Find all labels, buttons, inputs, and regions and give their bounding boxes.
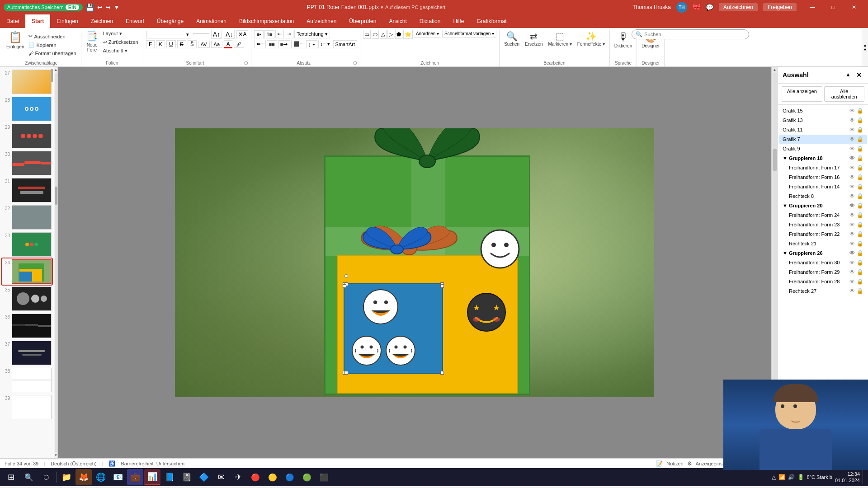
slide-item-35[interactable]: 35 — [2, 286, 52, 312]
lock-icon-grafik7[interactable]: 🔒 — [857, 136, 863, 142]
taskbar-explorer[interactable]: 📁 — [58, 469, 75, 485]
sel-item-form22[interactable]: Freihandform: Form 22 👁 🔒 — [779, 230, 867, 239]
shape-icon[interactable]: △ — [380, 30, 387, 39]
sel-item-grafik15[interactable]: Grafik 15 👁 🔒 — [779, 106, 867, 115]
sel-item-grafik11[interactable]: Grafik 11 👁 🔒 — [779, 125, 867, 134]
tab-datei[interactable]: Datei — [0, 14, 25, 28]
btn-align-left[interactable]: ⬅≡ — [254, 40, 265, 48]
visibility-icon-grafik11[interactable]: 👁 — [849, 127, 855, 133]
taskbar-teams[interactable]: 💼 — [127, 469, 143, 485]
btn-bold[interactable]: F — [146, 40, 155, 48]
font-family-dropdown[interactable]: ▾ — [146, 31, 191, 38]
lock-icon-rechteck27[interactable]: 🔒 — [857, 288, 863, 294]
btn-ersetzen[interactable]: ⇄ Ersetzen — [523, 30, 544, 47]
btn-ausschneiden[interactable]: ✂Ausschneiden — [27, 33, 78, 40]
scrollbar-up-btn[interactable]: ▲ — [54, 68, 58, 72]
visibility-icon-rechteck21[interactable]: 👁 — [849, 240, 855, 247]
minimize-button[interactable]: — — [802, 0, 823, 14]
sel-item-form24[interactable]: Freihandform: Form 24 👁 🔒 — [779, 211, 867, 220]
network-icon[interactable]: 📶 — [778, 474, 785, 480]
lock-icon-form29[interactable]: 🔒 — [857, 269, 863, 275]
clock-date[interactable]: 12:34 01.01.2024 — [835, 471, 860, 484]
lock-icon-form22[interactable]: 🔒 — [857, 231, 863, 237]
slide-item-28[interactable]: 28 — [2, 96, 52, 122]
btn-kopieren[interactable]: 📄Kopieren — [27, 41, 78, 49]
slide-item-32[interactable]: 32 — [2, 204, 52, 230]
rotation-handle[interactable] — [344, 274, 348, 278]
btn-text-direction[interactable]: Textrichtung ▾ — [294, 30, 330, 38]
btn-alle-anzeigen[interactable]: Alle anzeigen — [782, 86, 822, 102]
comment-icon[interactable]: 💬 — [706, 4, 713, 11]
maximize-button[interactable]: □ — [823, 0, 844, 14]
lock-icon-form23[interactable]: 🔒 — [857, 221, 863, 228]
ribbon-icon[interactable]: 🎀 — [693, 4, 700, 11]
lock-icon-form28[interactable]: 🔒 — [857, 278, 863, 285]
slide-item-33[interactable]: 33 — [2, 231, 52, 258]
taskbar-app5[interactable]: ⬛ — [316, 469, 332, 485]
lock-icon-form14[interactable]: 🔒 — [857, 183, 863, 190]
shape-icon[interactable]: ⬭ — [372, 30, 379, 39]
toolbar-more-icon[interactable]: ▼ — [113, 4, 120, 11]
btn-font-color[interactable]: A — [224, 40, 232, 48]
visibility-icon-form30[interactable]: 👁 — [849, 259, 855, 266]
notes-btn[interactable]: Notizen — [666, 461, 683, 466]
share-btn[interactable]: Aufzeichnen — [719, 3, 758, 11]
visibility-icon-form22[interactable]: 👁 — [849, 231, 855, 237]
taskbar-app1[interactable]: 🔷 — [196, 469, 212, 485]
taskbar-thunderbird[interactable]: ✉ — [213, 469, 229, 485]
sel-item-form17[interactable]: Freihandform: Form 17 👁 🔒 — [779, 163, 867, 172]
search-taskbar-btn[interactable]: 🔍 — [21, 469, 37, 485]
btn-format-uebertragen[interactable]: 🖌Format übertragen — [27, 50, 78, 57]
btn-change-case[interactable]: Aa — [211, 41, 222, 48]
slide-panel-scrollbar[interactable]: ▲ ▼ — [54, 67, 58, 458]
sel-item-form29[interactable]: Freihandform: Form 29 👁 🔒 — [779, 267, 867, 277]
visibility-icon-grafik15[interactable]: 👁 — [849, 108, 855, 114]
sel-item-gruppe18[interactable]: ▼ Gruppieren 18 👁 🔒 — [779, 154, 867, 163]
taskbar-outlook[interactable]: 📧 — [110, 469, 126, 485]
btn-strikethrough[interactable]: S — [177, 40, 186, 48]
tab-zeichnen[interactable]: Zeichnen — [85, 14, 119, 28]
lock-icon-grafik11[interactable]: 🔒 — [857, 127, 863, 133]
slide-item-27[interactable]: 27 — [2, 69, 52, 95]
scrollbar-thumb[interactable] — [55, 187, 57, 205]
btn-decrease-indent[interactable]: ⇤ — [275, 30, 284, 38]
tab-start[interactable]: Start — [25, 14, 50, 28]
btn-italic[interactable]: K — [156, 40, 165, 48]
visibility-icon-form23[interactable]: 👁 — [849, 221, 855, 228]
search-bar[interactable]: 🔍 — [632, 29, 749, 39]
sel-item-form28[interactable]: Freihandform: Form 28 👁 🔒 — [779, 277, 867, 286]
lock-icon-form30[interactable]: 🔒 — [857, 259, 863, 266]
btn-text-to-smartart[interactable]: SmartArt — [333, 40, 357, 48]
sel-item-grafik7[interactable]: Grafik 7 👁 🔒 — [779, 135, 867, 144]
sel-item-rechteck27[interactable]: Rechteck 27 👁 🔒 — [779, 286, 867, 296]
lock-icon-form24[interactable]: 🔒 — [857, 212, 863, 218]
btn-line-spacing[interactable]: ↕≡ ▾ — [318, 40, 332, 48]
taskbar-app2[interactable]: 🔴 — [247, 469, 264, 485]
accessibility-status[interactable]: Barrierefreiheit: Untersuchen — [121, 461, 184, 466]
search-input[interactable] — [644, 32, 745, 37]
btn-increase-indent[interactable]: ⇥ — [285, 30, 293, 38]
task-view-btn[interactable]: ⬡ — [38, 469, 54, 485]
sel-item-grafik9[interactable]: Grafik 9 👁 🔒 — [779, 144, 867, 153]
lock-icon-rechteck8[interactable]: 🔒 — [857, 193, 863, 199]
slide-item-34[interactable]: 34 — [2, 258, 52, 285]
taskbar-media[interactable]: 🔵 — [282, 469, 298, 485]
canvas-area[interactable]: ★ ★ — [58, 67, 771, 458]
font-clear-icon[interactable]: ✕A — [236, 30, 248, 38]
ribbon-scroll-up[interactable]: ▲ — [862, 43, 868, 47]
btn-bullets[interactable]: ≡• — [254, 30, 263, 38]
btn-char-spacing[interactable]: AV — [198, 41, 210, 48]
font-decrease-icon[interactable]: A↓ — [224, 30, 235, 39]
sel-item-form23[interactable]: Freihandform: Form 23 👁 🔒 — [779, 220, 867, 229]
tab-grafikformat[interactable]: Grafikformat — [470, 14, 513, 28]
font-increase-icon[interactable]: A↑ — [211, 30, 222, 39]
schnellformatvorlagen-btn[interactable]: Schnellformat vorlagen ▾ — [442, 30, 496, 38]
lock-icon-gruppe18[interactable]: 🔒 — [857, 155, 863, 161]
scrollbar-down-btn[interactable]: ▼ — [54, 453, 58, 457]
tab-animationen[interactable]: Animationen — [190, 14, 233, 28]
btn-zuruecksetzen[interactable]: ↩ Zurücksetzen — [101, 38, 140, 46]
sel-item-form14[interactable]: Freihandform: Form 14 👁 🔒 — [779, 182, 867, 191]
slide-item-38[interactable]: 38 — [2, 367, 52, 393]
gift-box-blue[interactable] — [344, 283, 443, 374]
visibility-icon-form16[interactable]: 👁 — [849, 174, 855, 180]
